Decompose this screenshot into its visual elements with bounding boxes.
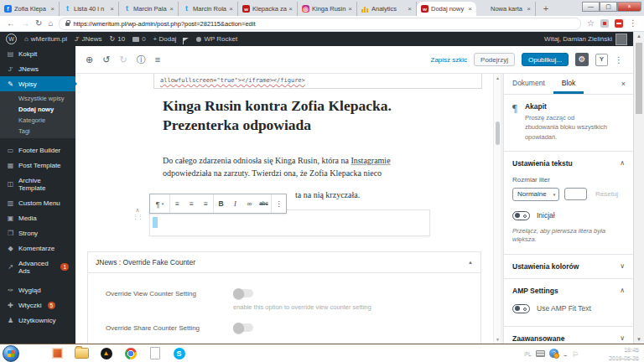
bookmark-star-icon[interactable]: ☆ [587, 19, 595, 28]
adminbar-jnews[interactable]: J' JNews [75, 35, 102, 43]
back-icon[interactable]: ← [7, 19, 15, 28]
tab-close-icon[interactable]: × [348, 5, 352, 13]
adminbar-comments[interactable]: 0 [132, 35, 145, 43]
content-structure-icon[interactable]: ⓘ [137, 55, 146, 65]
drag-handle-icon[interactable]: ⋮⋮ [129, 214, 146, 220]
tab-marcin-pala[interactable]: Marcin Pala × [119, 2, 179, 16]
html-code-block[interactable]: allowfullscreen="true"></iframe></figure… [153, 74, 482, 89]
taskbar-app-photos[interactable] [47, 345, 68, 362]
tab-nowa-karta[interactable]: Nowa karta × [476, 2, 536, 16]
tab-dokument[interactable]: Dokument [504, 74, 553, 94]
post-title-block[interactable]: Kinga Rusin kontra Zofia Klepacka. Preze… [163, 96, 465, 135]
align-center-icon[interactable]: ≡ [184, 195, 199, 212]
align-right-icon[interactable]: ≡ [199, 195, 213, 212]
sidebar-item-footer-builder[interactable]: ▭ Footer Builder [0, 142, 75, 158]
metabox-header[interactable]: JNews : Override Fake Counter ▲ [88, 252, 480, 273]
sidebar-item-komentarze[interactable]: ◆ Komentarze [0, 240, 75, 256]
undo-icon[interactable]: ↺ [102, 55, 110, 65]
adminbar-wp-rocket[interactable]: WP Rocket [196, 35, 237, 43]
reset-button[interactable]: Resetuj [592, 189, 621, 199]
submenu-tagi[interactable]: Tagi [0, 126, 75, 137]
taskbar-app-aimp[interactable]: ▲ [96, 345, 117, 362]
settings-gear-button[interactable]: ⚙ [575, 53, 589, 66]
instagram-link[interactable]: Instagramie [351, 156, 390, 165]
help-tray-icon[interactable]: ? [549, 349, 558, 358]
tab-zofia-klepacka[interactable]: Zofia Klepa × [0, 2, 60, 16]
adminbar-site-name[interactable]: ⌂ wMeritum.pl [24, 35, 67, 43]
window-close-button[interactable]: × [617, 2, 641, 12]
block-inserter-icon[interactable]: ⊕ [86, 55, 93, 65]
reload-icon[interactable]: ↻ [35, 19, 42, 28]
network-icon[interactable] [595, 349, 605, 357]
tab-kinga-rusin[interactable]: Kinga Rusin × [298, 2, 357, 16]
panel-close-icon[interactable]: × [621, 80, 626, 88]
tab-close-icon[interactable]: × [527, 5, 531, 13]
tab-blok[interactable]: Blok [553, 74, 584, 94]
new-tab-button[interactable]: + [539, 3, 553, 16]
scroll-up-icon[interactable]: ▲ [634, 34, 644, 39]
sidebar-item-media[interactable]: ▣ Media [0, 210, 75, 225]
tab-lista[interactable]: Lista 40 l n × [60, 2, 119, 16]
scrollbar-thumb[interactable] [496, 122, 500, 145]
amp-fit-text-toggle[interactable] [512, 304, 530, 313]
taskbar-app-chrome[interactable] [120, 345, 141, 362]
address-bar[interactable]: https://wmeritum.pl/wp-admin/post.php?po… [59, 18, 581, 30]
submenu-kategorie[interactable]: Kategorie [0, 115, 75, 126]
sidebar-item-wtyczki[interactable]: ✚ Wtyczki 5 [0, 297, 75, 313]
yoast-seo-button[interactable]: Y [595, 54, 608, 66]
adminbar-flag[interactable] [184, 38, 189, 41]
paragraph-block-switcher[interactable]: ¶ ▾ [150, 195, 169, 213]
sidebar-item-wpisy[interactable]: ✎ Wpisy [0, 76, 75, 91]
block-navigation-icon[interactable]: ≡ [155, 55, 160, 65]
tab-analytics[interactable]: Analytics × [357, 2, 417, 16]
paragraph-block[interactable]: Do całego zdarzenia odniosła się Kinga R… [163, 155, 414, 179]
tab-close-icon[interactable]: × [110, 5, 114, 13]
tab-close-icon[interactable]: × [229, 5, 233, 13]
italic-button[interactable]: I [228, 195, 242, 212]
taskbar-clock[interactable]: 19:45 2019-05-26 [609, 345, 639, 361]
home-icon[interactable]: ⌂ [48, 19, 53, 28]
tab-close-icon[interactable]: × [169, 5, 174, 13]
tab-close-icon[interactable]: × [50, 5, 55, 13]
tab-marcin-rola[interactable]: Marcin Rola × [179, 2, 238, 16]
amp-settings-header[interactable]: AMP Settings ∧ [504, 279, 633, 303]
pdf-extension-icon[interactable] [600, 19, 609, 28]
tab-close-icon[interactable]: × [468, 5, 472, 13]
forward-icon[interactable]: → [21, 19, 29, 28]
adminbar-add-new[interactable]: + Dodaj [153, 35, 177, 43]
preview-button[interactable]: Podejrzyj [474, 53, 515, 66]
sidebar-item-strony[interactable]: ❐ Strony [0, 225, 75, 240]
sidebar-item-jnews[interactable]: J' JNews [0, 61, 75, 76]
tab-klepacka[interactable]: Klepacka za × [238, 2, 298, 16]
taskbar-app-skype[interactable]: S [169, 345, 190, 362]
sidebar-item-kokpit[interactable]: ▤ Kokpit [0, 46, 75, 61]
sidebar-item-uzytkownicy[interactable]: ♟ Użytkownicy [0, 313, 75, 328]
extension-icon[interactable] [615, 19, 623, 28]
bold-button[interactable]: B [214, 195, 228, 212]
volume-icon[interactable] [583, 349, 591, 357]
strikethrough-button[interactable]: abc [257, 195, 271, 212]
tab-close-icon[interactable]: × [288, 5, 293, 13]
taskbar-app-globe[interactable] [23, 345, 44, 362]
text-settings-header[interactable]: Ustawienia tekstu ∧ [504, 152, 633, 175]
link-button[interactable]: ∞ [242, 195, 257, 212]
view-counter-toggle[interactable] [233, 289, 253, 297]
submenu-dodaj-nowy[interactable]: Dodaj nowy [0, 104, 75, 115]
window-minimize-button[interactable]: — [582, 2, 600, 12]
redo-icon[interactable]: ↻ [119, 55, 127, 65]
tab-close-icon[interactable]: × [408, 5, 412, 13]
editor-more-menu-icon[interactable]: ⋮ [615, 55, 623, 65]
browser-scrollbar[interactable]: ▲ ▼ [633, 32, 644, 344]
adminbar-account[interactable]: Witaj, Damian Zieliński [544, 34, 627, 45]
sidebar-item-custom-menu[interactable]: ▥ Custom Menu [0, 195, 75, 210]
submenu-wszystkie-wpisy[interactable]: Wszystkie wpisy [0, 93, 75, 104]
adminbar-updates[interactable]: ↻ 10 [110, 35, 126, 43]
advanced-header[interactable]: Zaawansowane ∨ [504, 327, 633, 344]
align-left-icon[interactable]: ≡ [170, 195, 184, 212]
show-hidden-icons[interactable]: ▲ [563, 351, 568, 356]
tab-dodaj-nowy-active[interactable]: Dodaj nowy × [417, 2, 476, 16]
publish-button[interactable]: Opublikuj... [522, 53, 569, 66]
scrollbar-thumb[interactable] [636, 43, 642, 114]
block-more-options-icon[interactable]: ⋮ [272, 195, 286, 212]
sidebar-item-post-template[interactable]: ▦ Post Template [0, 158, 75, 173]
